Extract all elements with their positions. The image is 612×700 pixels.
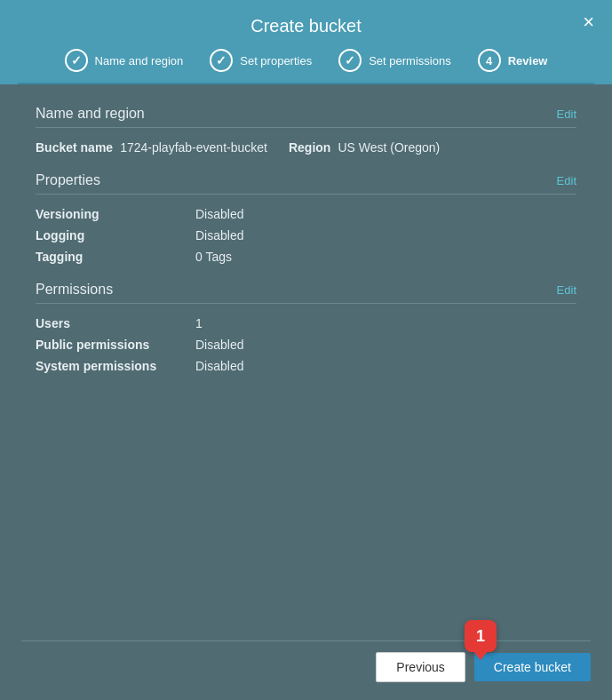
name-region-header: Name and region Edit [36,106,576,128]
close-button[interactable]: × [583,12,594,32]
modal-body: Name and region Edit Bucket name 1724-pl… [0,84,612,632]
step-set-properties: Set properties [210,49,312,72]
prop-key-users: Users [36,316,195,330]
prop-row-users: Users 1 [36,316,576,330]
permissions-title: Permissions [36,282,113,298]
prop-key-versioning: Versioning [36,207,195,221]
step-label-4: Review [508,54,548,68]
prop-val-public-perms: Disabled [195,338,243,352]
modal-title: Create bucket [250,16,362,36]
permissions-header: Permissions Edit [36,282,576,304]
bucket-info-row: Bucket name 1724-playfab-event-bucket Re… [36,140,576,155]
step-check-2 [210,49,233,72]
name-region-edit[interactable]: Edit [557,107,576,121]
permissions-section: Permissions Edit Users 1 Public permissi… [36,282,576,373]
step-label-3: Set permissions [369,54,450,68]
prop-row-system-perms: System permissions Disabled [36,359,576,373]
footer-divider [21,640,591,641]
prop-val-logging: Disabled [195,228,243,243]
step-name-region: Name and region [65,49,184,72]
permissions-edit[interactable]: Edit [557,283,576,297]
permissions-table: Users 1 Public permissions Disabled Syst… [36,316,576,373]
modal-header: Create bucket × [0,0,612,36]
step-label-2: Set properties [240,54,312,68]
step-label-1: Name and region [95,54,184,68]
step-review: 4 Review [478,49,548,72]
prop-val-users: 1 [195,316,203,330]
step-set-permissions: Set permissions [338,49,450,72]
prop-row-public-perms: Public permissions Disabled [36,338,576,352]
create-bucket-modal: Create bucket × Name and region Set prop… [0,0,612,700]
prop-val-tagging: 0 Tags [195,250,232,264]
name-region-title: Name and region [36,106,145,122]
properties-header: Properties Edit [36,172,576,195]
steps-bar: Name and region Set properties Set permi… [0,36,612,72]
step-check-3 [338,49,362,72]
name-region-section: Name and region Edit Bucket name 1724-pl… [36,106,576,155]
prop-key-system-perms: System permissions [36,359,195,373]
modal-footer: 1 Previous Create bucket [0,632,612,700]
properties-section: Properties Edit Versioning Disabled Logg… [36,172,576,264]
prop-key-logging: Logging [36,228,195,243]
prop-val-system-perms: Disabled [195,359,243,373]
properties-table: Versioning Disabled Logging Disabled Tag… [36,207,576,264]
region-value: US West (Oregon) [338,140,440,155]
prop-key-tagging: Tagging [36,250,195,264]
step-check-1 [65,49,88,72]
bucket-name-value: 1724-playfab-event-bucket [120,140,267,155]
create-bucket-button[interactable]: Create bucket [474,653,591,681]
prop-val-versioning: Disabled [195,207,243,221]
prop-row-tagging: Tagging 0 Tags [36,250,576,264]
previous-button[interactable]: Previous [376,652,465,682]
prop-key-public-perms: Public permissions [36,338,195,352]
region-label: Region [289,140,330,155]
bucket-name-label: Bucket name [36,140,113,155]
properties-title: Properties [36,172,100,188]
notification-badge: 1 [465,620,497,652]
step-circle-4: 4 [478,49,501,72]
properties-edit[interactable]: Edit [557,174,576,187]
prop-row-versioning: Versioning Disabled [36,207,576,221]
prop-row-logging: Logging Disabled [36,228,576,243]
footer-buttons: Previous Create bucket [21,652,591,682]
